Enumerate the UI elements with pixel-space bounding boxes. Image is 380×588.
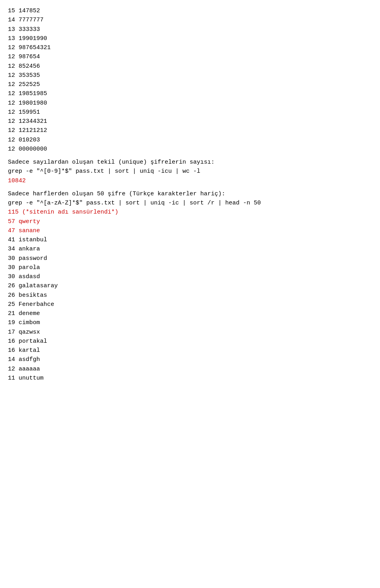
section2-command: grep -e "^[a-zA-Z]*$" pass.txt | sort | … (8, 199, 372, 208)
s2-line-10: 26 besiktas (8, 291, 372, 300)
line-12: 12 159951 (8, 108, 372, 117)
s2-line-15: 16 portakal (8, 337, 372, 346)
s2-line-16: 16 kartal (8, 346, 372, 355)
line-3: 13 333333 (8, 25, 372, 34)
s2-line-2: 57 qwerty (8, 217, 372, 226)
line-8: 12 353535 (8, 71, 372, 80)
terminal-output: 15 147852 14 7777777 13 333333 13 199019… (8, 6, 372, 383)
line-6: 12 987654 (8, 52, 372, 61)
line-4: 13 19901990 (8, 34, 372, 43)
s2-line-8: 30 asdasd (8, 272, 372, 281)
s2-line-14: 17 qazwsx (8, 328, 372, 337)
section2-block: Sadece harflerden oluşan 50 şifre (Türkç… (8, 189, 372, 383)
s2-line-1: 115 (*sitenin adı sansürlendi*) (8, 208, 372, 217)
s2-line-17: 14 asdfgh (8, 355, 372, 364)
s2-line-19: 11 unuttum (8, 374, 372, 383)
line-7: 12 852456 (8, 62, 372, 71)
section1-header: Sadece sayılardan oluşan tekil (unique) … (8, 158, 372, 167)
top-lines-block: 15 147852 14 7777777 13 333333 13 199019… (8, 6, 372, 154)
section2-header: Sadece harflerden oluşan 50 şifre (Türkç… (8, 189, 372, 199)
s2-line-11: 25 Fenerbahce (8, 300, 372, 309)
s2-line-5: 34 ankara (8, 244, 372, 254)
line-9: 12 252525 (8, 80, 372, 89)
section1-result: 10842 (8, 176, 372, 185)
line-10: 12 19851985 (8, 89, 372, 98)
line-5: 12 987654321 (8, 43, 372, 52)
line-2: 14 7777777 (8, 15, 372, 25)
line-1: 15 147852 (8, 6, 372, 15)
s2-line-7: 30 parola (8, 263, 372, 272)
s2-line-6: 30 password (8, 254, 372, 263)
s2-line-13: 19 cimbom (8, 318, 372, 327)
section1-command: grep -e "^[0-9]*$" pass.txt | sort | uni… (8, 167, 372, 176)
line-14: 12 12121212 (8, 126, 372, 135)
s2-line-12: 21 deneme (8, 309, 372, 318)
s2-line-18: 12 aaaaaa (8, 365, 372, 374)
line-11: 12 19801980 (8, 99, 372, 108)
line-15: 12 010203 (8, 136, 372, 145)
section1-block: Sadece sayılardan oluşan tekil (unique) … (8, 158, 372, 185)
s2-line-9: 26 galatasaray (8, 281, 372, 290)
s2-line-3: 47 sanane (8, 226, 372, 235)
line-13: 12 12344321 (8, 117, 372, 126)
s2-line-4: 41 istanbul (8, 235, 372, 244)
line-16: 12 00000000 (8, 145, 372, 154)
